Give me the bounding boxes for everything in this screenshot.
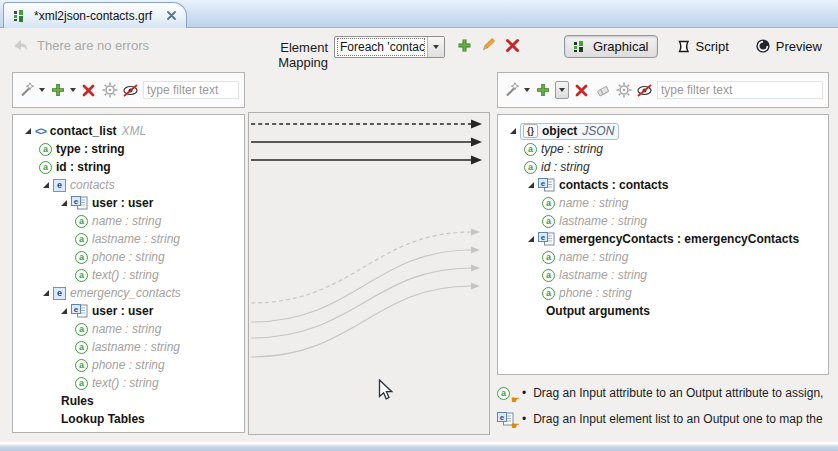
tree-item-type[interactable]: a type : string [498, 140, 828, 158]
expander-icon[interactable] [39, 286, 53, 300]
attribute-icon: a [542, 269, 555, 282]
remove-node-icon[interactable] [573, 82, 590, 99]
svg-text:e: e [541, 179, 546, 188]
wizard-icon[interactable] [503, 82, 520, 99]
tree-item-emergency-contacts[interactable]: e emergency_contacts [13, 284, 244, 302]
attribute-icon: a [75, 215, 88, 228]
tree-item-phone[interactable]: a phone : string [13, 248, 244, 266]
hide-attributes-icon[interactable] [636, 82, 653, 99]
combo-dropdown-icon[interactable] [427, 37, 444, 57]
script-view-button[interactable]: Script [668, 36, 737, 57]
element-list-icon: e [71, 304, 88, 318]
expander-icon[interactable] [524, 178, 538, 192]
element-list-icon: e [538, 232, 555, 246]
tree-item-name-2[interactable]: a name : string [498, 248, 828, 266]
tree-item-phone[interactable]: a phone : string [498, 284, 828, 302]
attribute-icon: a [75, 233, 88, 246]
script-label: Script [696, 39, 729, 54]
mapping-combobox-value: Foreach 'contact [337, 38, 425, 56]
tree-item-output-arguments[interactable]: Output arguments [498, 302, 828, 320]
mapping-canvas[interactable] [248, 112, 490, 435]
expander-icon[interactable] [21, 124, 35, 138]
attribute-icon: a [75, 359, 88, 372]
tree-item-text-2[interactable]: a text() : string [13, 374, 244, 392]
tree-item-contact-list[interactable]: <> contact_list XML [13, 122, 244, 140]
attribute-icon: a [75, 251, 88, 264]
hint-element-list: e ☛ • Drag an Input element list to an O… [497, 407, 835, 431]
hint-attribute: a ☛ • Drag an Input attribute to an Outp… [497, 381, 835, 405]
script-icon [676, 39, 691, 54]
element-list-drag-icon: e ☛ [497, 411, 515, 427]
tree-item-object[interactable]: {} object JSON [498, 122, 828, 140]
wizard-icon[interactable] [18, 82, 35, 99]
preview-view-button[interactable]: Preview [747, 35, 830, 57]
tree-item-lastname[interactable]: a lastname : string [498, 212, 828, 230]
input-filter-field[interactable] [143, 81, 239, 99]
tree-item-emergency-contacts[interactable]: e emergencyContacts : emergencyContacts [498, 230, 828, 248]
add-node-icon[interactable] [49, 82, 66, 99]
tab-close-icon[interactable] [164, 9, 178, 23]
element-list-icon: e [71, 196, 88, 210]
view-switcher: Graphical Script Preview [564, 33, 830, 59]
svg-text:e: e [74, 305, 79, 314]
window-bottom-frame [0, 441, 838, 451]
expander-icon[interactable] [524, 232, 538, 246]
wizard-dropdown-icon[interactable] [39, 88, 45, 92]
attribute-icon: a [39, 143, 52, 156]
element-icon: e [53, 287, 66, 300]
element-icon: e [53, 179, 66, 192]
output-filter-field[interactable] [657, 81, 823, 99]
mapping-toolbar: There are no errors Element Mapping Fore… [0, 29, 838, 65]
add-node-icon[interactable] [534, 82, 551, 99]
expander-icon[interactable] [39, 178, 53, 192]
tree-item-type[interactable]: a type : string [13, 140, 244, 158]
tree-item-contacts[interactable]: e contacts : contacts [498, 176, 828, 194]
svg-text:e: e [541, 233, 546, 242]
tree-item-lastname-2[interactable]: a lastname : string [13, 338, 244, 356]
graphical-view-button[interactable]: Graphical [564, 35, 658, 58]
settings-gear-icon[interactable] [615, 82, 632, 99]
add-mapping-icon[interactable] [455, 36, 473, 54]
tree-item-lastname-2[interactable]: a lastname : string [498, 266, 828, 284]
add-node-dropdown-icon[interactable] [70, 88, 76, 92]
delete-mapping-icon[interactable] [503, 36, 521, 54]
tree-item-id[interactable]: a id : string [13, 158, 244, 176]
tree-item-user-2[interactable]: e user : user [13, 302, 244, 320]
tree-item-rules[interactable]: Rules [13, 392, 244, 410]
tree-item-lastname[interactable]: a lastname : string [13, 230, 244, 248]
attribute-icon: a [75, 269, 88, 282]
edit-mapping-icon[interactable] [479, 36, 497, 54]
settings-gear-icon[interactable] [101, 82, 118, 99]
tree-item-id[interactable]: a id : string [498, 158, 828, 176]
attribute-drag-icon: a ☛ [497, 385, 515, 401]
tree-item-user[interactable]: e user : user [13, 194, 244, 212]
hand-pointer-icon: ☛ [511, 395, 520, 405]
tree-item-text[interactable]: a text() : string [13, 266, 244, 284]
attribute-icon: a [524, 143, 537, 156]
expander-icon[interactable] [57, 304, 71, 318]
remove-node-icon[interactable] [80, 82, 97, 99]
attribute-icon: a [524, 161, 537, 174]
tree-item-name[interactable]: a name : string [498, 194, 828, 212]
attribute-icon: a [542, 197, 555, 210]
add-node-dropdown-button[interactable] [555, 81, 569, 99]
tree-item-name-2[interactable]: a name : string [13, 320, 244, 338]
hide-attributes-icon[interactable] [122, 82, 139, 99]
tree-item-lookup-tables[interactable]: Lookup Tables [13, 410, 244, 428]
editor-tab[interactable]: *xml2json-contacts.grf [3, 2, 187, 28]
tree-item-name[interactable]: a name : string [13, 212, 244, 230]
attribute-icon: a [542, 251, 555, 264]
mouse-cursor [378, 379, 394, 401]
tree-item-contacts[interactable]: e contacts [13, 176, 244, 194]
tree-item-phone-2[interactable]: a phone : string [13, 356, 244, 374]
clear-errors-icon [12, 37, 29, 53]
xml-root-icon: <> [35, 125, 46, 137]
svg-text:e: e [500, 413, 505, 422]
input-tree-panel: <> contact_list XML a type : string a id… [12, 114, 245, 433]
expander-icon[interactable] [506, 124, 520, 138]
wizard-dropdown-icon[interactable] [524, 88, 530, 92]
graphical-label: Graphical [593, 39, 649, 54]
mapping-combobox[interactable]: Foreach 'contact [334, 36, 445, 58]
expander-icon[interactable] [57, 196, 71, 210]
eraser-icon[interactable] [594, 82, 611, 99]
